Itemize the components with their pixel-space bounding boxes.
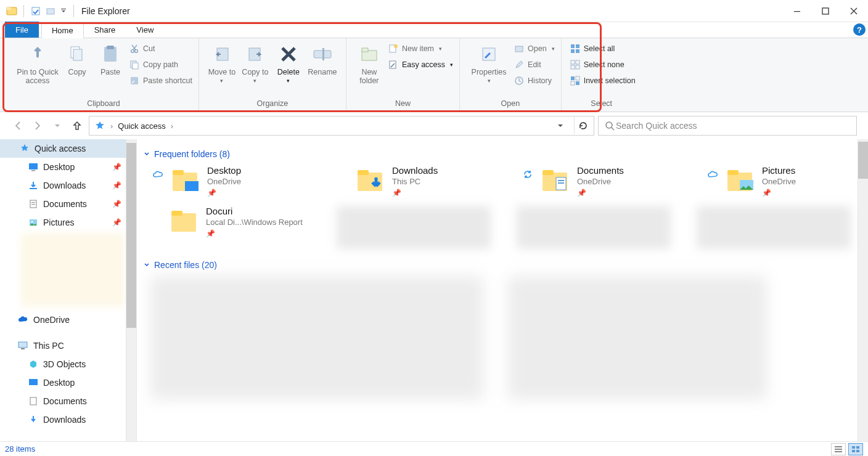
folder-tile[interactable]: DocumentsOneDrive📌 — [522, 165, 682, 197]
nav-desktop[interactable]: Desktop📌 — [0, 158, 136, 176]
search-box[interactable] — [598, 116, 857, 136]
svg-rect-31 — [576, 49, 579, 53]
delete-icon — [277, 43, 300, 65]
group-open: Properties▾ Open▾ Edit History Open — [460, 38, 562, 112]
address-bar[interactable]: › Quick access › — [89, 116, 594, 136]
explorer-body: Quick access Desktop📌 Downloads📌 Documen… — [0, 139, 868, 441]
tab-file[interactable]: File — [5, 22, 39, 38]
nav-3d-objects[interactable]: 3D Objects — [0, 355, 136, 373]
folder-tile[interactable]: DesktopOneDrive📌 — [152, 165, 312, 197]
nav-pictures[interactable]: Pictures📌 — [0, 213, 136, 232]
details-view-button[interactable] — [831, 443, 846, 455]
easy-access-button[interactable]: Easy access▾ — [388, 58, 453, 71]
help-icon[interactable]: ? — [853, 23, 866, 36]
open-button[interactable]: Open▾ — [514, 42, 555, 55]
nav-onedrive[interactable]: OneDrive — [0, 311, 136, 329]
paste-shortcut-button[interactable]: Paste shortcut — [129, 74, 192, 88]
rename-button[interactable]: Rename — [305, 42, 340, 76]
new-item-button[interactable]: New item▾ — [388, 42, 453, 55]
downloads-icon — [28, 181, 38, 190]
select-none-button[interactable]: Select none — [570, 58, 636, 71]
pictures-icon — [28, 218, 38, 227]
select-none-label: Select none — [584, 60, 624, 69]
tile-name: Docuri — [206, 206, 303, 216]
paste-button[interactable]: Paste — [94, 42, 127, 76]
copy-to-label: Copy to — [242, 68, 268, 76]
up-button[interactable] — [69, 118, 85, 134]
pin-quick-access-button[interactable]: Pin to Quick access — [15, 42, 60, 85]
svg-rect-52 — [30, 397, 36, 405]
copy-to-icon — [244, 43, 266, 65]
back-button[interactable] — [10, 118, 26, 134]
invert-selection-button[interactable]: Invert selection — [570, 74, 636, 88]
tab-view[interactable]: View — [126, 22, 164, 38]
folder-icon — [170, 165, 201, 196]
qat-properties-icon[interactable] — [30, 6, 41, 17]
folder-icon — [725, 165, 756, 196]
forward-button[interactable] — [30, 118, 46, 134]
navpane-scrollbar[interactable] — [126, 139, 136, 441]
select-all-button[interactable]: Select all — [570, 42, 636, 55]
copy-path-button[interactable]: Copy path — [129, 58, 192, 71]
section-frequent-folders[interactable]: Frequent folders (8) — [143, 149, 868, 159]
svg-rect-69 — [835, 449, 842, 450]
search-input[interactable] — [615, 120, 850, 131]
delete-button[interactable]: Delete▾ — [272, 42, 305, 85]
copy-path-label: Copy path — [143, 60, 178, 69]
move-to-button[interactable]: Move to▾ — [205, 42, 239, 85]
svg-rect-57 — [358, 170, 369, 175]
new-folder-button[interactable]: New folder — [353, 42, 386, 85]
breadcrumb[interactable]: Quick access — [118, 121, 165, 131]
address-dropdown[interactable] — [552, 117, 569, 134]
blurred-nav-items — [21, 233, 125, 307]
copy-to-button[interactable]: Copy to▾ — [239, 42, 272, 85]
svg-rect-55 — [185, 181, 199, 191]
svg-rect-71 — [852, 446, 855, 449]
maximize-button[interactable] — [811, 0, 840, 22]
tile-location: OneDrive — [762, 177, 796, 186]
edit-button[interactable]: Edit — [514, 58, 555, 71]
tab-home[interactable]: Home — [41, 22, 84, 38]
section-label: Recent files (20) — [154, 260, 217, 270]
qat-dropdown-icon[interactable] — [60, 7, 67, 15]
properties-button[interactable]: Properties▾ — [466, 42, 512, 85]
copy-path-icon — [129, 60, 139, 70]
tab-share[interactable]: Share — [84, 22, 126, 38]
folder-icon — [355, 165, 386, 196]
group-label: Clipboard — [15, 99, 192, 110]
app-icon — [6, 6, 17, 17]
objects3d-icon — [28, 359, 38, 369]
close-button[interactable] — [840, 0, 868, 22]
section-recent-files[interactable]: Recent files (20) — [143, 260, 868, 270]
history-button[interactable]: History — [514, 74, 555, 88]
copy-button[interactable]: Copy — [60, 42, 94, 76]
svg-rect-21 — [362, 48, 368, 52]
delete-label: Delete — [277, 68, 300, 76]
nav-pc-documents[interactable]: Documents — [0, 392, 136, 410]
blurred-recent-list — [508, 276, 767, 399]
nav-quick-access[interactable]: Quick access — [0, 139, 136, 158]
folder-tile[interactable]: DocuriLocal Di...\Windows Report📌 — [150, 206, 311, 249]
nav-label: Downloads — [43, 181, 86, 190]
recent-locations-dropdown[interactable] — [49, 118, 65, 134]
nav-downloads[interactable]: Downloads📌 — [0, 176, 136, 195]
nav-this-pc[interactable]: This PC — [0, 336, 136, 355]
minimize-button[interactable] — [783, 0, 811, 22]
svg-rect-41 — [29, 163, 38, 169]
refresh-button[interactable] — [574, 117, 591, 134]
tile-name: Documents — [577, 165, 624, 176]
tile-pin-icon: 📌 — [762, 189, 796, 197]
nav-pc-downloads[interactable]: Downloads — [0, 410, 136, 429]
qat-newfolder-icon[interactable] — [45, 6, 56, 17]
nav-pc-desktop[interactable]: Desktop — [0, 373, 136, 392]
nav-label: Desktop — [43, 162, 75, 172]
folder-tile[interactable]: PicturesOneDrive📌 — [706, 165, 867, 197]
svg-rect-10 — [107, 46, 114, 49]
content-scrollbar[interactable] — [858, 139, 868, 441]
nav-documents[interactable]: Documents📌 — [0, 195, 136, 213]
folder-tile[interactable]: DownloadsThis PC📌 — [337, 165, 497, 197]
cut-button[interactable]: Cut — [129, 42, 192, 55]
cut-label: Cut — [143, 44, 155, 53]
breadcrumb-separator[interactable]: › — [171, 121, 173, 131]
large-icons-view-button[interactable] — [848, 443, 863, 455]
